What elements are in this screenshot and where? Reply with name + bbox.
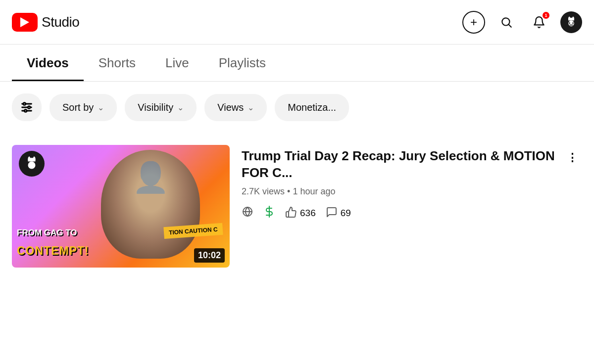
tab-shorts[interactable]: Shorts — [84, 45, 150, 81]
views-label: Views — [217, 102, 244, 113]
video-title-row: Trump Trial Day 2 Recap: Jury Selection … — [242, 148, 582, 182]
monetization-button[interactable]: Monetiza... — [275, 94, 349, 121]
svg-point-14 — [28, 162, 36, 169]
svg-line-1 — [509, 25, 511, 27]
visibility-button[interactable]: Visibility ⌄ — [125, 94, 197, 121]
search-icon — [500, 16, 513, 29]
svg-point-13 — [24, 110, 27, 112]
adjust-icon — [20, 100, 34, 114]
video-meta: 2.7K views • 1 hour ago — [242, 186, 582, 197]
notification-badge: 1 — [543, 12, 549, 19]
thumbsup-icon — [285, 206, 297, 220]
filter-adjust-button[interactable] — [12, 93, 42, 121]
svg-point-3 — [569, 23, 570, 24]
notification-button[interactable]: 1 — [528, 11, 550, 34]
avatar-overlay — [19, 151, 45, 177]
monetization-icon — [263, 206, 275, 221]
avatar-button[interactable] — [560, 11, 582, 33]
monetization-label: Monetiza... — [288, 102, 336, 113]
studio-title: Studio — [42, 14, 79, 30]
more-icon: ⋮ — [567, 151, 578, 164]
filters-bar: Sort by ⌄ Visibility ⌄ Views ⌄ Monetiza.… — [0, 82, 594, 129]
thumb-contempt-text: CONTEMPT! — [17, 244, 89, 258]
visibility-chevron: ⌄ — [177, 103, 184, 112]
play-triangle-icon — [20, 17, 29, 27]
views-button[interactable]: Views ⌄ — [204, 94, 267, 121]
video-duration: 10:02 — [194, 248, 225, 263]
comment-icon — [326, 206, 338, 220]
comments-count: 69 — [341, 208, 351, 219]
header-actions: + 1 — [462, 11, 582, 34]
svg-point-12 — [28, 106, 30, 109]
logo-area: Studio — [12, 13, 462, 32]
youtube-icon — [12, 13, 38, 32]
views-chevron: ⌄ — [248, 103, 254, 112]
tabs-nav: Videos Shorts Live Playlists — [0, 45, 594, 82]
video-title: Trump Trial Day 2 Recap: Jury Selection … — [242, 148, 556, 182]
comments-stat: 69 — [326, 206, 351, 220]
create-icon: + — [470, 15, 477, 29]
thumb-gag-text: FROM GAG TO — [17, 228, 77, 238]
search-button[interactable] — [495, 11, 518, 34]
svg-point-4 — [572, 23, 573, 24]
sort-by-button[interactable]: Sort by ⌄ — [50, 94, 117, 121]
youtube-logo: Studio — [12, 13, 79, 32]
svg-point-0 — [502, 18, 509, 25]
video-info: Trump Trial Day 2 Recap: Jury Selection … — [242, 145, 582, 221]
create-button[interactable]: + — [462, 11, 485, 34]
likes-stat: 636 — [285, 206, 316, 220]
video-item: 👤 FROM GAG TO CONTEMPT! — [12, 137, 582, 275]
video-thumbnail[interactable]: 👤 FROM GAG TO CONTEMPT! — [12, 145, 230, 268]
svg-rect-7 — [572, 22, 573, 23]
tab-videos[interactable]: Videos — [12, 45, 84, 81]
svg-rect-5 — [570, 24, 573, 25]
video-views: 2.7K views — [242, 186, 285, 196]
video-stats: 636 69 — [242, 206, 582, 221]
tab-live[interactable]: Live — [150, 45, 204, 81]
video-time-ago: 1 hour ago — [293, 186, 335, 196]
header: Studio + 1 — [0, 0, 594, 45]
video-list: 👤 FROM GAG TO CONTEMPT! — [0, 129, 594, 283]
avatar-icon — [564, 15, 578, 29]
sort-by-chevron: ⌄ — [98, 103, 104, 112]
more-options-button[interactable]: ⋮ — [562, 148, 582, 168]
svg-point-11 — [23, 103, 26, 105]
tab-playlists[interactable]: Playlists — [204, 45, 281, 81]
sort-by-label: Sort by — [62, 102, 94, 113]
visibility-label: Visibility — [138, 102, 173, 113]
svg-rect-6 — [569, 22, 570, 23]
trump-figure: 👤 — [91, 145, 210, 264]
visibility-icon — [242, 206, 253, 221]
likes-count: 636 — [300, 208, 316, 219]
